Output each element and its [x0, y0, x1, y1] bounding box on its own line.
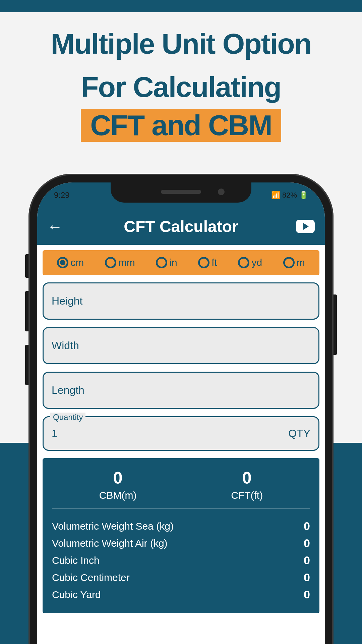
radio-icon [105, 257, 116, 268]
length-placeholder: Length [52, 384, 84, 396]
cft-value: 0 [231, 468, 263, 488]
cft-label: CFT(ft) [231, 490, 263, 501]
radio-icon [198, 257, 209, 268]
result-row-label: Cubic Inch [52, 555, 100, 566]
page-top-bar [0, 0, 362, 12]
result-row-value: 0 [304, 588, 310, 601]
unit-option-ft[interactable]: ft [198, 257, 217, 268]
cbm-label: CBM(m) [99, 490, 137, 501]
headline-line-2: For Calculating [0, 65, 362, 109]
app-header: ← CFT Calculator [37, 208, 325, 245]
result-row: Cubic Centimeter 0 [52, 569, 310, 586]
width-placeholder: Width [52, 339, 79, 352]
results-top: 0 CBM(m) 0 CFT(ft) [52, 468, 310, 509]
status-time: 9:29 [54, 191, 70, 200]
radio-icon [57, 257, 68, 268]
back-arrow-icon[interactable]: ← [47, 217, 63, 235]
result-row: Cubic Yard 0 [52, 586, 310, 603]
phone-side-buttons-left [25, 254, 28, 398]
phone-screen: 9:29 📶 82% 🔋 ← CFT Calculator cm mm [37, 182, 325, 644]
result-row-label: Cubic Centimeter [52, 572, 130, 583]
radio-icon [238, 257, 249, 268]
result-row-label: Cubic Yard [52, 589, 101, 600]
phone-volume-down-button [25, 345, 28, 385]
unit-label: yd [251, 257, 262, 268]
quantity-input[interactable]: Quantity 1 QTY [43, 416, 319, 451]
unit-label: in [169, 257, 177, 268]
unit-selector: cm mm in ft yd [43, 250, 319, 275]
result-row-label: Volumetric Weight Air (kg) [52, 538, 168, 549]
unit-option-yd[interactable]: yd [238, 257, 262, 268]
result-row-value: 0 [304, 554, 310, 567]
app-title: CFT Calculator [124, 217, 238, 236]
phone-volume-up-button [25, 291, 28, 331]
results-rows: Volumetric Weight Sea (kg) 0 Volumetric … [52, 518, 310, 603]
unit-label: m [297, 257, 305, 268]
radio-icon [283, 257, 295, 268]
phone-mockup-frame: 9:29 📶 82% 🔋 ← CFT Calculator cm mm [28, 174, 334, 644]
height-placeholder: Height [52, 295, 83, 307]
phone-power-button [334, 294, 337, 355]
notch-speaker [161, 190, 201, 194]
width-input[interactable]: Width [43, 327, 319, 364]
unit-option-mm[interactable]: mm [105, 257, 135, 268]
result-row-value: 0 [304, 571, 310, 584]
battery-percent: 82% [282, 191, 297, 200]
results-panel: 0 CBM(m) 0 CFT(ft) Volumetric Weight Sea… [43, 458, 319, 613]
battery-icon: 🔋 [299, 191, 308, 200]
result-row-value: 0 [304, 520, 310, 533]
quantity-suffix: QTY [288, 427, 310, 440]
status-right: 📶 82% 🔋 [271, 191, 308, 200]
cbm-value: 0 [99, 468, 137, 488]
result-row: Volumetric Weight Sea (kg) 0 [52, 518, 310, 535]
unit-option-m[interactable]: m [283, 257, 305, 268]
result-cft: 0 CFT(ft) [231, 468, 263, 501]
notch-camera [218, 189, 225, 195]
unit-option-cm[interactable]: cm [57, 257, 84, 268]
quantity-label: Quantity [50, 413, 85, 422]
signal-icon: 📶 [271, 191, 280, 200]
unit-label: mm [118, 257, 135, 268]
result-row-label: Volumetric Weight Sea (kg) [52, 521, 174, 532]
headline-line-1: Multiple Unit Option [0, 22, 362, 65]
phone-mute-button [25, 254, 28, 278]
radio-icon [156, 257, 167, 268]
result-cbm: 0 CBM(m) [99, 468, 137, 501]
height-input[interactable]: Height [43, 282, 319, 320]
result-row: Volumetric Weight Air (kg) 0 [52, 535, 310, 552]
phone-notch [111, 182, 251, 203]
quantity-value: 1 [52, 427, 58, 440]
unit-option-in[interactable]: in [156, 257, 177, 268]
marketing-headline: Multiple Unit Option For Calculating CFT… [0, 22, 362, 142]
app-body: cm mm in ft yd [37, 245, 325, 619]
result-row: Cubic Inch 0 [52, 552, 310, 569]
length-input[interactable]: Length [43, 372, 319, 409]
unit-label: ft [212, 257, 217, 268]
result-row-value: 0 [304, 537, 310, 550]
unit-label: cm [70, 257, 84, 268]
headline-highlight: CFT and CBM [81, 109, 281, 142]
youtube-icon[interactable] [296, 220, 315, 233]
